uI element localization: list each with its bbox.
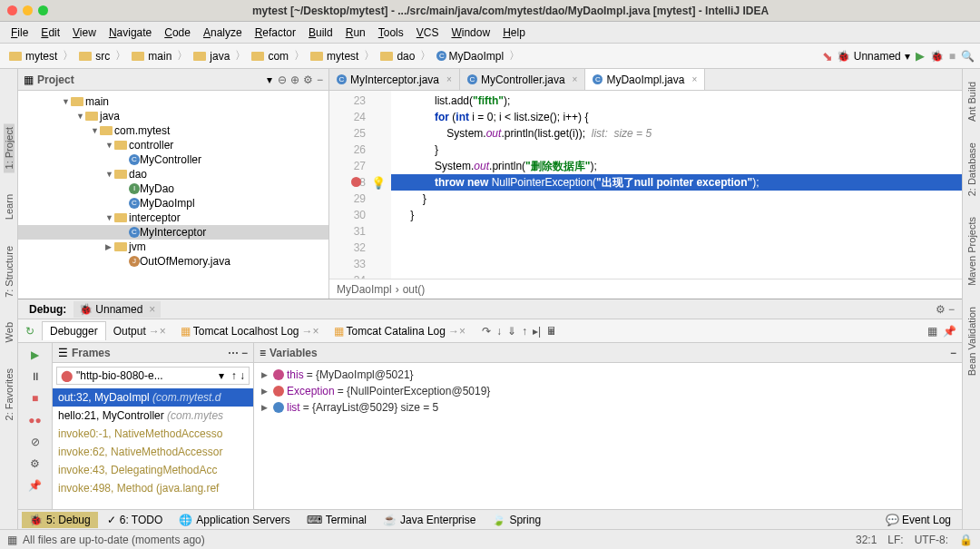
hide-icon[interactable]: − [317,74,323,86]
menu-navigate[interactable]: Navigate [103,25,157,41]
breadcrumb-item[interactable]: CMyDaoImpl [433,48,507,64]
editor-breadcrumb[interactable]: MyDaoImpl › out() [329,279,962,299]
variable-item[interactable]: ▶ Exception = {NullPointerException@5019… [258,383,958,399]
breadcrumb-item[interactable]: mytest [307,48,362,64]
editor-tab[interactable]: CMyDaoImpl.java× [585,69,705,90]
breadcrumb-class[interactable]: MyDaoImpl [337,283,392,296]
right-tool-antbuild[interactable]: Ant Build [966,78,977,125]
hide-icon[interactable]: ⋯ − [228,347,248,359]
debug-tab-tomcat-localhost-log[interactable]: ▦ Tomcat Localhost Log →× [173,321,327,340]
breadcrumb-item[interactable]: main [128,48,175,64]
step-over-icon[interactable]: ↷ [482,325,491,338]
tree-item[interactable]: ▼interceptor [18,211,328,225]
breadcrumb-method[interactable]: out() [403,283,426,296]
stack-frame[interactable]: out:32, MyDaoImpl (com.mytest.d [53,388,253,407]
settings-icon[interactable]: ⚙ [27,456,44,472]
debug-tab-debugger[interactable]: Debugger [42,321,106,340]
bottom-tab-debug[interactable]: 🐞 5: Debug [22,512,98,528]
minimize-icon[interactable] [23,5,33,15]
pin-icon[interactable]: 📌 [27,477,44,494]
bottom-tab-todo[interactable]: ✓ 6: TODO [100,512,171,528]
hide-icon[interactable]: − [950,347,956,359]
menu-file[interactable]: File [5,25,34,41]
menu-vcs[interactable]: VCS [411,25,445,41]
tree-item[interactable]: ▼main [18,94,328,109]
breakpoints-icon[interactable]: ●● [27,412,44,428]
bottom-tab-spring[interactable]: 🍃 Spring [485,512,548,528]
right-tool-database[interactable]: 2: Database [966,139,977,200]
stack-frame[interactable]: invoke:62, NativeMethodAccessor [53,443,253,461]
force-step-icon[interactable]: ⇓ [507,325,516,338]
evaluate-icon[interactable]: 🖩 [546,325,557,338]
tree-item[interactable]: ▶jvm [18,240,328,254]
breadcrumb-item[interactable]: com [248,48,292,64]
lock-icon[interactable]: 🔒 [959,534,973,546]
code-area[interactable]: list.add("fifth"); for (int i = 0; i < l… [391,91,962,279]
run-config-selector[interactable]: ⬊ 🐞 Unnamed ▾ [822,49,910,64]
left-tool-web[interactable]: Web [4,319,15,346]
rerun-icon[interactable]: ↻ [25,325,34,338]
collapse-icon[interactable]: ⊖ [278,74,287,86]
menu-run[interactable]: Run [340,25,371,41]
tree-item[interactable]: CMyDaoImpl [18,196,328,211]
mute-icon[interactable]: ⊘ [27,434,44,450]
pause-icon[interactable]: ⏸ [27,368,44,385]
menu-analyze[interactable]: Analyze [198,25,248,41]
bottom-tab-applicationservers[interactable]: 🌐 Application Servers [172,512,297,528]
left-tool-project[interactable]: 1: Project [4,123,15,172]
breadcrumb-item[interactable]: mytest [5,48,61,64]
stack-frame[interactable]: invoke:498, Method (java.lang.ref [53,479,253,497]
right-tool-mavenprojects[interactable]: Maven Projects [966,213,977,289]
maximize-icon[interactable] [38,5,48,15]
tree-item[interactable]: ▼controller [18,138,328,152]
project-tree[interactable]: ▼main▼java▼com.mytest▼controllerCMyContr… [18,91,328,272]
left-tool-learn[interactable]: Learn [4,191,15,223]
menu-window[interactable]: Window [446,25,495,41]
tree-item[interactable]: CMyInterceptor [18,225,328,240]
debug-config-tab[interactable]: 🐞 Unnamed × [74,301,161,318]
breadcrumb-item[interactable]: src [75,48,113,64]
gear-icon[interactable]: ⚙ − [936,303,955,316]
debug-tab-output[interactable]: Output →× [106,321,173,340]
tree-item[interactable]: JOutOfMemory.java [18,254,328,269]
encoding[interactable]: UTF-8: [915,534,948,546]
thread-selector[interactable]: ⬤ "http-bio-8080-e... ▾ ↑ ↓ [56,367,250,385]
editor-tab[interactable]: CMyController.java× [460,69,586,90]
event-log-tab[interactable]: 💬 Event Log [878,512,958,528]
layout-icon[interactable]: ▦ [927,325,937,338]
run-button[interactable]: ▶ [916,49,925,63]
menu-code[interactable]: Code [159,25,196,41]
menu-help[interactable]: Help [497,25,531,41]
line-separator[interactable]: LF: [887,534,903,546]
variable-item[interactable]: ▶ list = {ArrayList@5029} size = 5 [258,399,958,416]
right-tool-beanvalidation[interactable]: Bean Validation [966,303,977,379]
variable-item[interactable]: ▶ this = {MyDaoImpl@5021} [258,367,958,383]
left-tool-structure[interactable]: 7: Structure [4,242,15,301]
stack-frames[interactable]: out:32, MyDaoImpl (com.mytest.dhello:21,… [53,388,253,497]
debug-button[interactable]: 🐞 [930,50,944,63]
settings-icon[interactable]: ⚙ [303,74,313,86]
stop-icon[interactable]: ■ [27,390,44,407]
tree-item[interactable]: ▼java [18,109,328,123]
menu-build[interactable]: Build [303,25,338,41]
target-icon[interactable]: ⊕ [290,74,299,86]
debug-tab-tomcat-catalina-log[interactable]: ▦ Tomcat Catalina Log →× [327,321,473,340]
tree-item[interactable]: IMyDao [18,181,328,196]
pin-icon[interactable]: 📌 [943,325,956,338]
editor-tab[interactable]: CMyInterceptor.java× [329,69,460,90]
menu-refactor[interactable]: Refactor [250,25,301,41]
menu-view[interactable]: View [67,25,102,41]
breadcrumb-item[interactable]: dao [377,48,418,64]
bottom-tab-javaenterprise[interactable]: ☕ Java Enterprise [376,512,483,528]
bottom-tab-terminal[interactable]: ⌨ Terminal [299,512,374,528]
step-out-icon[interactable]: ↑ [522,325,527,338]
tree-item[interactable]: ▼dao [18,167,328,181]
close-icon[interactable] [7,5,17,15]
tree-item[interactable]: ▼com.mytest [18,123,328,138]
resume-icon[interactable]: ▶ [27,347,44,363]
variable-tree[interactable]: ▶ this = {MyDaoImpl@5021}▶ Exception = {… [254,363,962,419]
search-icon[interactable]: 🔍 [961,50,975,63]
step-into-icon[interactable]: ↓ [496,325,502,338]
stack-frame[interactable]: hello:21, MyController (com.mytes [53,407,253,425]
stop-button[interactable]: ■ [949,50,956,63]
